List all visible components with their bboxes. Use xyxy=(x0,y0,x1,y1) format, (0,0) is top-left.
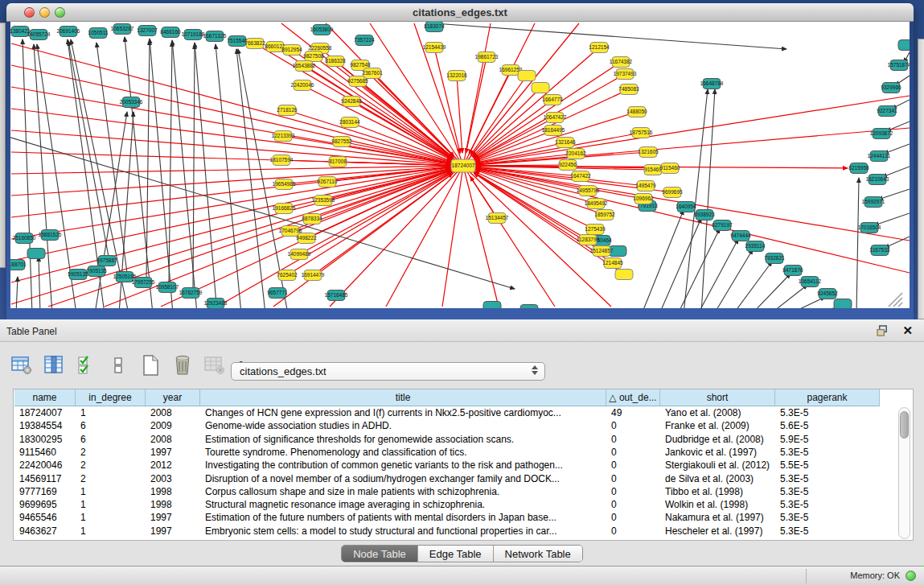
table-row[interactable]: 1830029562008Estimation of significance … xyxy=(14,433,879,446)
row-height-button[interactable] xyxy=(108,356,129,377)
selected-node[interactable]: 22420046 xyxy=(291,80,314,91)
node[interactable]: 20053346 xyxy=(120,97,143,108)
selected-node[interactable]: 7663822 xyxy=(244,39,265,49)
delete-table-disabled-button[interactable] xyxy=(204,356,225,377)
close-panel-icon[interactable]: ✕ xyxy=(902,323,913,338)
selected-node[interactable]: 1096962 xyxy=(633,194,654,204)
selected-node[interactable]: 11674382 xyxy=(610,57,633,68)
selected-node[interactable]: 12213393 xyxy=(272,131,295,142)
node[interactable]: 14055724 xyxy=(27,30,51,40)
node[interactable]: 5905135 xyxy=(68,270,88,280)
node[interactable]: 10958107 xyxy=(156,282,179,293)
node[interactable]: 17016504 xyxy=(858,223,881,233)
column-header-year[interactable]: year xyxy=(146,389,200,406)
node[interactable]: 15881525 xyxy=(39,230,62,241)
selected-node[interactable]: 817008 xyxy=(329,157,347,167)
selected-node[interactable]: 14099489 xyxy=(288,249,311,260)
node-table[interactable]: namein_degreeyeartitle△ out_de...shortpa… xyxy=(13,389,914,541)
node[interactable]: 20691406 xyxy=(57,27,80,37)
selected-node[interactable]: 1647422 xyxy=(570,171,591,182)
node[interactable] xyxy=(834,299,852,309)
node[interactable]: 10654112 xyxy=(799,277,822,287)
selected-node[interactable]: 15134457 xyxy=(486,213,509,224)
selected-node[interactable]: 8186328 xyxy=(325,56,346,67)
selected-node[interactable]: 7485083 xyxy=(618,84,639,95)
table-row[interactable]: 2242004622012Investigating the contribut… xyxy=(14,459,879,472)
table-row[interactable]: 946362711997Embryonic stem cells: a mode… xyxy=(14,525,879,538)
selected-node[interactable]: 19654985 xyxy=(273,179,296,190)
table-row[interactable]: 1872400712008Changes of HCN gene express… xyxy=(14,406,879,419)
selected-node[interactable]: 9699695 xyxy=(662,187,683,198)
column-header-out_de[interactable]: △ out_de... xyxy=(606,389,660,406)
node[interactable]: 10653287 xyxy=(111,24,134,35)
selected-node[interactable]: 8878334 xyxy=(302,214,322,225)
tab-node-table[interactable]: Node Table xyxy=(342,546,418,562)
node[interactable]: 15716485 xyxy=(325,290,348,301)
node[interactable] xyxy=(483,302,501,309)
node[interactable]: 25160850 xyxy=(13,233,36,244)
selected-node[interactable]: 1321646 xyxy=(555,138,576,148)
node[interactable] xyxy=(520,305,538,309)
node[interactable] xyxy=(27,249,45,259)
selected-node[interactable]: 2803144 xyxy=(339,117,360,128)
node[interactable]: 12923488 xyxy=(204,299,228,309)
selected-node[interactable]: 12353598 xyxy=(312,196,335,206)
selected-node[interactable]: 18495492 xyxy=(585,199,608,209)
node[interactable]: 16671325 xyxy=(203,31,227,42)
selected-node[interactable]: 14955796 xyxy=(577,186,600,196)
selected-node[interactable]: 16543882 xyxy=(293,61,316,72)
node[interactable]: 16782759 xyxy=(179,288,203,299)
node[interactable] xyxy=(898,40,910,51)
selected-node[interactable]: 1212154 xyxy=(589,43,610,53)
node[interactable]: 1188701 xyxy=(10,260,27,270)
selected-node[interactable]: 19737493 xyxy=(614,69,637,80)
selected-node[interactable]: 2718126 xyxy=(277,105,298,116)
selected-node[interactable]: 9115460 xyxy=(660,163,680,174)
node[interactable]: 8215958 xyxy=(848,163,869,174)
node[interactable]: 7905135 xyxy=(86,266,107,277)
node[interactable]: 8183074 xyxy=(424,22,445,32)
column-header-title[interactable]: title xyxy=(200,389,606,406)
node[interactable]: 12093872 xyxy=(870,129,893,139)
delete-trash-button[interactable] xyxy=(172,356,193,377)
selected-node[interactable]: 12154439 xyxy=(423,43,446,53)
selected-node[interactable]: 7625402 xyxy=(277,270,298,281)
node[interactable]: 1050511 xyxy=(88,28,109,39)
selected-node[interactable]: 1488050 xyxy=(626,107,647,117)
scrollbar-thumb[interactable] xyxy=(900,411,909,439)
select-rows-button[interactable] xyxy=(76,356,97,377)
selected-node[interactable]: 1321605 xyxy=(638,147,659,158)
node[interactable]: 9329966 xyxy=(881,83,901,93)
selected-node[interactable]: 15124857 xyxy=(590,246,614,257)
selected-node[interactable] xyxy=(532,83,549,93)
node[interactable]: 17957255 xyxy=(132,278,155,288)
table-row[interactable]: 1938455462009Genome-wide association stu… xyxy=(14,419,879,432)
node[interactable]: 9245652 xyxy=(817,289,838,299)
column-header-in_degree[interactable]: in_degree xyxy=(76,389,146,406)
node[interactable]: 9474444 xyxy=(730,231,751,241)
node[interactable]: 10719188 xyxy=(182,30,205,40)
column-header-name[interactable]: name xyxy=(14,389,76,406)
column-header-pagerank[interactable]: pagerank xyxy=(775,389,880,406)
selected-node[interactable]: 9242848 xyxy=(341,97,362,107)
node[interactable]: 9227341 xyxy=(877,106,897,117)
tab-edge-table[interactable]: Edge Table xyxy=(418,546,494,562)
selected-node[interactable]: 18757516 xyxy=(630,128,653,138)
node[interactable]: 9657771 xyxy=(267,288,288,299)
table-row[interactable]: 977716911998Corpus callosum shape and si… xyxy=(14,485,879,498)
selected-node[interactable]: 18164495 xyxy=(542,126,565,136)
table-row[interactable]: 911546021997Tourette syndrome. Phenomeno… xyxy=(14,446,879,459)
selected-node[interactable]: 19861723 xyxy=(475,52,499,63)
column-header-short[interactable]: short xyxy=(660,389,775,406)
float-panel-icon[interactable] xyxy=(877,325,889,336)
selected-node[interactable]: 1859752 xyxy=(594,210,615,220)
selected-node[interactable]: 1664773 xyxy=(542,95,563,105)
node[interactable]: 16053809 xyxy=(310,25,334,35)
selected-node[interactable]: 1275439 xyxy=(585,225,606,235)
node[interactable]: 2935114 xyxy=(745,241,766,252)
selected-node[interactable]: 2367601 xyxy=(362,68,383,79)
node[interactable]: 16648784 xyxy=(700,79,724,89)
selected-node[interactable]: 18107594 xyxy=(270,155,294,166)
selected-node[interactable]: 922456 xyxy=(559,160,577,171)
tab-network-table[interactable]: Network Table xyxy=(494,546,582,562)
